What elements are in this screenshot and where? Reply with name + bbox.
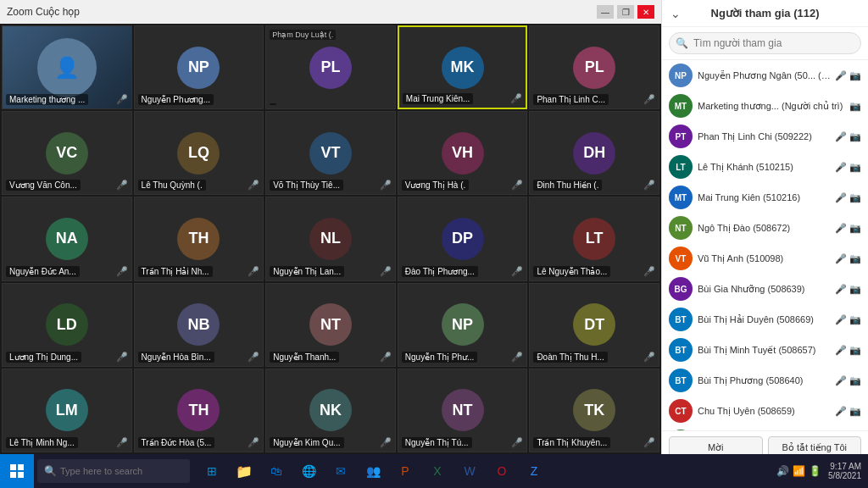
search-input[interactable] — [669, 32, 861, 54]
video-cell[interactable]: PL Phan Thị Linh C... 🎤 — [529, 25, 659, 109]
participant-avatar: DH — [573, 132, 615, 175]
cell-name: Nguyễn Thị Tú... — [402, 437, 472, 448]
cell-mic-icon: 🎤 — [248, 180, 259, 191]
participant-item[interactable]: BG Bùi Gia Nhưỡng (508639) 🎤 📷 — [662, 274, 868, 304]
svg-rect-0 — [10, 464, 16, 470]
cell-mic-icon: 🎤 — [511, 352, 523, 363]
video-cell[interactable]: VH Vương Thị Hà (. 🎤 — [398, 111, 528, 195]
word-icon[interactable]: W — [454, 454, 485, 488]
close-button[interactable]: ✕ — [637, 5, 654, 19]
participant-avatar: PT — [669, 125, 693, 148]
participant-controls: 🎤 📷 — [835, 70, 861, 81]
video-cell[interactable]: DP Đào Thị Phương... 🎤 — [398, 197, 528, 280]
participant-controls: 🎤 📷 — [835, 314, 861, 325]
video-cell[interactable]: NL Nguyễn Thị Lan... 🎤 — [265, 197, 396, 280]
video-off-icon: 📷 — [849, 70, 861, 81]
participant-item[interactable]: NT Ngô Thị Đào (508672) 🎤 📷 — [662, 213, 868, 243]
video-cell[interactable]: LM Lê Thị Minh Ng... 🎤 — [2, 369, 132, 452]
window-controls: — ❐ ✕ — [597, 5, 654, 19]
video-cell[interactable]: MK Mai Trung Kiên... 🎤 — [398, 25, 528, 109]
taskbar-search-area[interactable]: 🔍 — [37, 459, 190, 483]
edge-icon[interactable]: 🌐 — [293, 454, 324, 488]
mute-icon: 🎤 — [835, 223, 847, 234]
file-explorer-icon[interactable]: 📁 — [229, 454, 259, 488]
participant-item[interactable]: NP Nguyễn Phương Ngân (50... (Tôi) 🎤 📷 — [662, 60, 868, 91]
video-cell[interactable]: DT Đoàn Thị Thu H... 🎤 — [529, 283, 659, 367]
video-cell[interactable]: NP Nguyễn Thị Phư... 🎤 — [398, 283, 528, 367]
video-cell[interactable]: NB Nguyễn Hòa Bìn... 🎤 — [134, 283, 264, 367]
cell-mic-icon: 🎤 — [643, 266, 655, 277]
cell-name: Nguyễn Thị Lan... — [270, 266, 344, 277]
video-cell[interactable]: TK Trần Thị Khuyên... 🎤 — [529, 369, 659, 452]
mute-icon: 🎤 — [835, 406, 847, 417]
mute-icon: 🎤 — [835, 253, 847, 264]
participant-item[interactable]: VT Vũ Thị Anh (510098) 🎤 📷 — [662, 243, 868, 274]
participant-item[interactable]: MT Mai Trung Kiên (510216) 🎤 📷 — [662, 182, 868, 213]
participant-controls: 🎤 📷 — [835, 162, 861, 173]
mute-icon: 🎤 — [835, 284, 847, 295]
participant-avatar: VH — [442, 132, 484, 175]
restore-button[interactable]: ❐ — [617, 5, 634, 19]
video-cell[interactable]: NK Nguyễn Kim Qu... 🎤 — [265, 369, 396, 452]
cell-name: Lê Nguyễn Thảo... — [533, 266, 610, 277]
participant-item[interactable]: CT Chu Thị Uyên (508659) 🎤 📷 — [662, 396, 868, 426]
svg-rect-2 — [10, 472, 16, 478]
participant-avatar: DP — [442, 218, 484, 260]
participant-item[interactable]: PT Phan Thị Linh Chi (509222) 🎤 📷 — [662, 121, 868, 152]
minimize-button[interactable]: — — [597, 5, 614, 19]
video-cell[interactable]: VC Vương Văn Côn... 🎤 — [2, 111, 132, 195]
start-button[interactable] — [0, 454, 34, 488]
cell-mic-icon: 🎤 — [116, 266, 128, 277]
participant-avatar: NT — [309, 303, 352, 346]
sidebar-header: ⌄ Người tham gia (112) — [662, 0, 868, 27]
participant-item[interactable]: BT Bùi Thị Hải Duyên (508669) 🎤 📷 — [662, 304, 868, 335]
collapse-chevron[interactable]: ⌄ — [670, 7, 681, 20]
taskbar: 🔍 ⊞ 📁 🛍 🌐 ✉ 👥 P X W O Z 🔊 📶 🔋 9:17 AM 5/… — [0, 454, 868, 488]
participant-avatar: MT — [669, 186, 693, 209]
video-cell[interactable]: DH Đinh Thu Hiền (. 🎤 — [529, 111, 659, 195]
mute-icon: 🎤 — [835, 314, 847, 325]
powerpoint-icon[interactable]: P — [390, 454, 420, 488]
video-cell[interactable]: NT Nguyễn Thị Tú... 🎤 — [398, 369, 528, 452]
taskbar-search-input[interactable] — [60, 466, 179, 476]
opera-icon[interactable]: O — [487, 454, 517, 488]
cell-name: Phan Thị Linh C... — [533, 94, 609, 105]
cell-name: Mai Trung Kiên... — [403, 93, 474, 104]
video-cell[interactable]: TH Trần Đức Hòa (5... 🎤 — [134, 369, 264, 452]
mail-icon[interactable]: ✉ — [326, 454, 356, 488]
participant-name: Mai Trung Kiên (510216) — [698, 192, 835, 202]
video-cell[interactable]: LQ Lê Thu Quỳnh (. 🎤 — [134, 111, 264, 195]
zoom-icon[interactable]: Z — [519, 454, 549, 488]
participant-avatar: NP — [669, 64, 693, 87]
participant-item[interactable]: BT Bùi Thị Phương (508640) 🎤 📷 — [662, 365, 868, 396]
video-cell[interactable]: LT Lê Nguyễn Thảo... 🎤 — [529, 197, 659, 280]
video-cell[interactable]: PL Phạm Duy Luật (. — [265, 25, 396, 109]
title-bar: Zoom Cuộc họp — ❐ ✕ — [0, 0, 661, 24]
cell-mic-icon: 🎤 — [248, 437, 259, 448]
cell-name: Nguyễn Đức An... — [6, 266, 80, 277]
participant-name: Chu Thị Uyên (508659) — [698, 406, 835, 417]
video-cell[interactable]: NT Nguyễn Thanh... 🎤 — [265, 283, 396, 367]
cell-mic-icon: 🎤 — [643, 94, 655, 105]
video-off-icon: 📷 — [849, 284, 861, 295]
video-cell[interactable]: NP Nguyễn Phương... — [134, 25, 264, 109]
task-view-icon[interactable]: ⊞ — [197, 454, 227, 488]
cell-mic-icon: 🎤 — [643, 437, 655, 448]
participant-avatar: BT — [669, 369, 693, 392]
participant-controls: 🎤 📷 — [835, 253, 861, 264]
video-cell[interactable]: LD Lương Thị Dung... 🎤 — [2, 283, 132, 367]
video-cell[interactable]: TH Trần Thị Hải Nh... 🎤 — [134, 197, 264, 280]
cell-name: Đào Thị Phương... — [402, 266, 478, 277]
participant-item[interactable]: LT Lê Thị Khánh (510215) 🎤 📷 — [662, 152, 868, 182]
video-cell[interactable]: 👤 Marketing thương ... 🎤 — [2, 25, 132, 109]
store-icon[interactable]: 🛍 — [261, 454, 292, 488]
video-cell[interactable]: VT Võ Thị Thùy Tiê... 🎤 — [265, 111, 396, 195]
participant-item[interactable]: BT Bùi Thị Minh Tuyết (508657) 🎤 📷 — [662, 335, 868, 365]
participant-controls: 🎤 📷 — [835, 284, 861, 295]
video-off-icon: 📷 — [849, 101, 861, 112]
participant-item[interactable]: MT Marketing thương... (Người chủ trì) 📷 — [662, 91, 868, 121]
participant-avatar: LT — [573, 218, 615, 260]
teams-icon[interactable]: 👥 — [358, 454, 388, 488]
video-cell[interactable]: NA Nguyễn Đức An... 🎤 — [2, 197, 132, 280]
excel-icon[interactable]: X — [422, 454, 453, 488]
